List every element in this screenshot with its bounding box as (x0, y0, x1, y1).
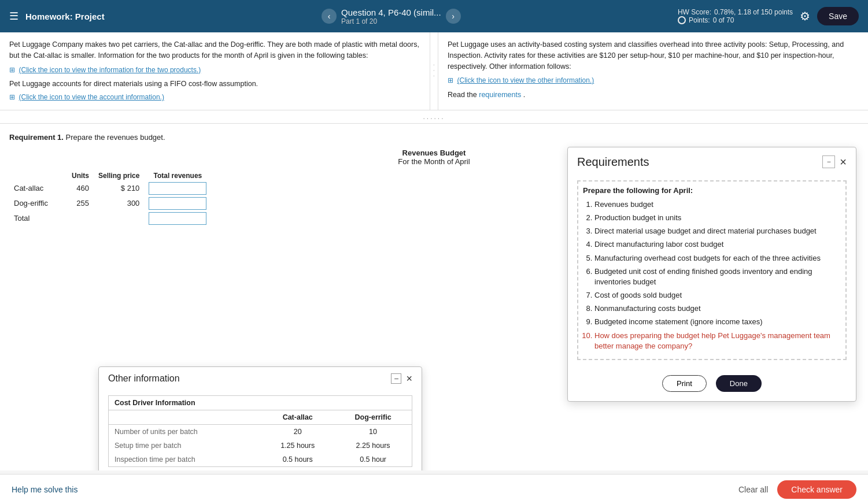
total-input[interactable] (149, 212, 206, 225)
req-item-5: Manufacturing overhead cost budgets for … (594, 253, 841, 264)
other-info-modal-controls: − × (391, 373, 412, 385)
score-display: HW Score: 0.78%, 1.18 of 150 points Poin… (678, 8, 793, 24)
requirements-minimize-button[interactable]: − (822, 155, 835, 168)
product-info-link[interactable]: (Click the icon to view the information … (19, 66, 201, 74)
cat-allac-label: Cat-allac (9, 181, 67, 196)
cost-setup-dog: 2.25 hours (334, 439, 412, 453)
main-content: Requirement 1. Prepare the revenues budg… (0, 124, 868, 470)
requirements-modal: Requirements − × Prepare the following f… (567, 147, 856, 402)
col-header-units: Units (67, 171, 94, 181)
col-header-selling-price: Selling price (94, 171, 144, 181)
other-info-minimize-button[interactable]: − (391, 373, 401, 384)
question-info: Question 4, P6-40 (simil... Part 1 of 20 (341, 8, 441, 25)
req-item-9: Budgeted income statement (ignore income… (594, 317, 841, 327)
dog-eriffic-price: 300 (94, 196, 144, 211)
req-item-8: Nonmanufacturing costs budget (594, 303, 841, 314)
table-row: Cat-allac 460 $ 210 (9, 181, 211, 196)
header-right: ⚙ Save (800, 7, 859, 25)
cost-row-inspection: Inspection time per batch 0.5 hours 0.5 … (109, 453, 412, 467)
header-center: ‹ Question 4, P6-40 (simil... Part 1 of … (112, 8, 671, 25)
activity-costing-text: Pet Luggage uses an activity-based costi… (448, 39, 859, 72)
requirements-box: Prepare the following for April: Revenue… (577, 180, 847, 360)
req-item-7: Cost of goods sold budget (594, 290, 841, 301)
req-item-3: Direct material usage budget and direct … (594, 226, 841, 236)
cost-driver-table: Cost Driver Information Cat-allac Dog-er… (108, 395, 412, 467)
panel-divider: · · · (430, 32, 438, 110)
dog-eriffic-units: 255 (67, 196, 94, 211)
fifo-text: Pet Luggage accounts for direct material… (9, 79, 420, 90)
next-question-button[interactable]: › (446, 9, 461, 24)
total-cell (144, 211, 211, 226)
requirements-modal-footer: Print Done (568, 366, 856, 401)
requirements-link[interactable]: requirements (479, 91, 521, 99)
problem-text-1: Pet Luggage Company makes two pet carrie… (9, 39, 420, 61)
cost-units-cat: 20 (261, 424, 334, 439)
homework-title: Homework: Project (25, 12, 105, 21)
cost-inspection-cat: 0.5 hours (261, 453, 334, 467)
other-info-link[interactable]: (Click the icon to view the other inform… (457, 76, 594, 84)
header: ☰ Homework: Project ‹ Question 4, P6-40 … (0, 0, 868, 32)
problem-right-panel: Pet Luggage uses an activity-based costi… (438, 32, 868, 110)
other-info-modal-body: Cost Driver Information Cat-allac Dog-er… (99, 388, 422, 470)
question-title: Question 4, P6-40 (simil... (341, 8, 441, 17)
col-header-total-revenues: Total revenues (144, 171, 211, 181)
question-part: Part 1 of 20 (341, 17, 441, 25)
requirements-intro: Prepare the following for April: (583, 186, 841, 195)
req-item-6: Budgeted unit cost of ending finished go… (594, 266, 841, 287)
total-label: Total (9, 211, 67, 226)
cost-units-label: Number of units per batch (109, 424, 261, 439)
cost-inspection-label: Inspection time per batch (109, 453, 261, 467)
table-row: Dog-eriffic 255 300 (9, 196, 211, 211)
req-item-4: Direct manufacturing labor cost budget (594, 239, 841, 250)
col-header-blank (9, 171, 67, 181)
hw-score-label: HW Score: (678, 8, 711, 16)
dog-eriffic-label: Dog-eriffic (9, 196, 67, 211)
cat-allac-price: $ 210 (94, 181, 144, 196)
question-nav: ‹ Question 4, P6-40 (simil... Part 1 of … (322, 8, 461, 25)
requirements-modal-body: Prepare the following for April: Revenue… (568, 175, 856, 366)
dog-eriffic-total-input[interactable] (149, 197, 206, 210)
cost-inspection-dog: 0.5 hour (334, 453, 412, 467)
problem-area: Pet Luggage Company makes two pet carrie… (0, 32, 868, 110)
prev-question-button[interactable]: ‹ (322, 9, 337, 24)
requirements-modal-controls: − × (822, 155, 847, 169)
other-info-modal-title: Other information (108, 373, 180, 384)
req-item-10: How does preparing the budget help Pet L… (594, 331, 841, 351)
settings-button[interactable]: ⚙ (800, 9, 810, 23)
account-info-link[interactable]: (Click the icon to view the account info… (19, 93, 164, 101)
table-row: Total (9, 211, 211, 226)
requirements-close-button[interactable]: × (840, 155, 847, 169)
cost-col-blank (109, 410, 261, 424)
problem-left-panel: Pet Luggage Company makes two pet carrie… (0, 32, 430, 110)
points-label: Points: (689, 16, 710, 24)
cost-row-setup: Setup time per batch 1.25 hours 2.25 hou… (109, 439, 412, 453)
hamburger-icon[interactable]: ☰ (9, 10, 19, 23)
requirements-modal-header: Requirements − × (568, 147, 856, 175)
requirements-print-button[interactable]: Print (662, 375, 707, 392)
other-info-modal-header: Other information − × (99, 367, 422, 388)
hw-score-value: 0.78%, 1.18 of 150 points (714, 8, 793, 16)
other-info-close-button[interactable]: × (406, 373, 412, 385)
cost-setup-cat: 1.25 hours (261, 439, 334, 453)
table-icon-1: ⊞ (9, 66, 15, 74)
points-circle-icon (678, 16, 686, 24)
requirements-done-button[interactable]: Done (716, 375, 762, 392)
cost-setup-label: Setup time per batch (109, 439, 261, 453)
cost-col-cat: Cat-allac (261, 410, 334, 424)
cat-allac-total-cell (144, 181, 211, 196)
table-icon-2: ⊞ (9, 93, 15, 101)
req-item-1: Revenues budget (594, 199, 841, 210)
dog-eriffic-total-cell (144, 196, 211, 211)
cost-col-dog: Dog-errific (334, 410, 412, 424)
table-icon-3: ⊞ (448, 76, 453, 84)
requirements-modal-title: Requirements (577, 155, 649, 169)
requirements-list: Revenues budget Production budget in uni… (583, 199, 841, 351)
req-item-2: Production budget in units (594, 213, 841, 223)
cost-driver-table-title: Cost Driver Information (109, 395, 412, 410)
other-info-modal: Other information − × Cost Driver Inform… (98, 366, 422, 470)
cost-row-units: Number of units per batch 20 10 (109, 424, 412, 439)
save-button[interactable]: Save (817, 7, 859, 25)
revenues-budget-table: Units Selling price Total revenues Cat-a… (9, 171, 211, 226)
divider-dots: ...... (0, 110, 868, 124)
cat-allac-total-input[interactable] (149, 182, 206, 195)
